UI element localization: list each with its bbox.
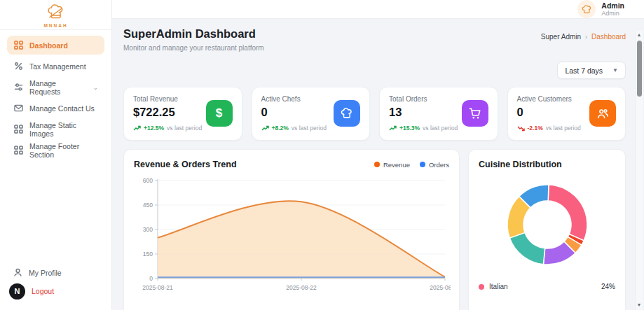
trend-up-icon — [389, 125, 397, 132]
admin-name: Admin — [601, 1, 624, 10]
vertical-scrollbar[interactable]: ▲ ▼ — [635, 31, 643, 309]
stat-card-active-chefs: Active Chefs 0 +8.2% vs last period — [252, 87, 371, 141]
trend-area-chart[interactable]: 01503004506002025-08-212025-08-222025-08… — [134, 174, 451, 294]
mail-icon — [13, 104, 23, 113]
breadcrumb-root[interactable]: Super Admin — [541, 33, 581, 41]
stat-delta: +8.2% — [272, 125, 289, 132]
scroll-down-icon[interactable]: ▼ — [637, 301, 642, 309]
sidebar-footer: My Profile N Logout — [0, 257, 111, 310]
chart-title: Revenue & Orders Trend — [134, 160, 237, 169]
svg-text:150: 150 — [143, 251, 153, 258]
sidebar-item-label: Manage Footer Section — [29, 142, 98, 159]
donut-legend-item-italian[interactable]: Italian 24% — [479, 283, 615, 290]
legend-dot-revenue — [374, 162, 380, 167]
stat-delta-suffix: vs last period — [546, 125, 581, 132]
legend-label: Revenue — [383, 161, 410, 169]
sidebar-item-label: Manage Static Images — [29, 121, 98, 138]
stat-value: $722.25 — [133, 106, 202, 119]
percent-icon — [13, 62, 23, 71]
cart-icon — [462, 100, 488, 127]
breadcrumb-current[interactable]: Dashboard — [591, 33, 626, 41]
admin-role: Admin — [601, 10, 624, 17]
stat-label: Total Revenue — [133, 95, 202, 103]
page-header: SuperAdmin Dashboard Monitor and manage … — [123, 27, 626, 52]
stat-label: Total Orders — [389, 95, 458, 103]
sidebar-item-logout[interactable]: N Logout — [7, 282, 104, 300]
chevron-down-icon: ▼ — [612, 67, 618, 73]
sidebar-item-manage-static-images[interactable]: Manage Static Images — [7, 120, 104, 139]
cuisine-donut-chart[interactable] — [495, 172, 600, 277]
chef-hat-logo-icon — [47, 4, 65, 22]
legend-dot-orders — [420, 162, 425, 167]
sidebar-item-label: My Profile — [29, 269, 62, 277]
sidebar-item-label: Manage Requests — [29, 79, 86, 96]
main-area: Admin Admin SuperAdmin Dashboard Monitor… — [112, 0, 644, 310]
trend-up-icon — [133, 125, 141, 132]
chart-title: Cuisine Distribution — [479, 160, 562, 169]
avatar — [577, 0, 596, 18]
stat-label: Active Customers — [517, 95, 581, 103]
svg-text:2025-08-22: 2025-08-22 — [286, 284, 317, 291]
stat-card-total-orders: Total Orders 13 +15.3% vs last period — [379, 87, 498, 141]
chef-hat-icon — [334, 100, 360, 127]
svg-text:2025-08-25: 2025-08-25 — [430, 284, 451, 291]
chart-legend: Revenue Orders — [374, 161, 449, 169]
legend-item-revenue[interactable]: Revenue — [374, 161, 410, 169]
dollar-icon: $ — [206, 100, 233, 127]
chevron-right-icon: › — [585, 34, 587, 41]
revenue-orders-trend-card: Revenue & Orders Trend Revenue Orders — [123, 149, 460, 310]
grid-icon — [13, 125, 23, 134]
cuisine-distribution-card: Cuisine Distribution Italian 24% — [468, 149, 626, 310]
sidebar-item-manage-requests[interactable]: Manage Requests ⌄ — [7, 78, 104, 97]
trend-down-icon — [517, 125, 525, 132]
scroll-up-icon[interactable]: ▲ — [637, 31, 642, 39]
chevron-down-icon[interactable]: ⌄ — [93, 84, 98, 91]
legend-item-orders[interactable]: Orders — [420, 161, 449, 169]
legend-dot-italian — [479, 284, 484, 290]
sliders-icon — [13, 83, 23, 92]
sidebar-item-label: Logout — [32, 287, 54, 295]
stats-row: Total Revenue $722.25 +12.5% vs last per… — [123, 87, 626, 141]
n-avatar-badge: N — [9, 283, 25, 300]
scrollbar-thumb[interactable] — [637, 41, 642, 97]
sidebar-item-dashboard[interactable]: Dashboard — [7, 36, 104, 55]
sidebar-item-label: Tax Management — [29, 62, 86, 71]
stat-label: Active Chefs — [261, 95, 327, 103]
stat-delta: +12.5% — [144, 125, 164, 132]
svg-text:0: 0 — [149, 275, 153, 282]
svg-text:600: 600 — [143, 177, 153, 184]
svg-text:450: 450 — [143, 202, 153, 209]
stat-delta-suffix: vs last period — [167, 125, 202, 132]
sidebar-item-manage-footer-section[interactable]: Manage Footer Section — [7, 141, 104, 160]
page-content: SuperAdmin Dashboard Monitor and manage … — [112, 19, 644, 310]
svg-text:2025-08-21: 2025-08-21 — [142, 284, 173, 291]
sidebar-item-manage-contact-us[interactable]: Manage Contact Us — [7, 99, 104, 118]
stat-value: 0 — [261, 106, 327, 119]
sidebar: MNNAH Dashboard Tax Management Manage Re… — [0, 0, 112, 310]
page-title: SuperAdmin Dashboard — [123, 27, 264, 41]
sidebar-item-label: Manage Contact Us — [29, 104, 95, 113]
sidebar-nav: Dashboard Tax Management Manage Requests… — [0, 30, 111, 257]
period-dropdown[interactable]: Last 7 days ▼ — [557, 62, 626, 79]
brand-logo: MNNAH — [0, 0, 111, 30]
stat-value: 0 — [517, 106, 581, 119]
stat-card-active-customers: Active Customers 0 -2.1% vs last period — [507, 87, 626, 141]
legend-value: 24% — [601, 283, 615, 290]
page-subtitle: Monitor and manage your restaurant platf… — [123, 44, 264, 52]
charts-row: Revenue & Orders Trend Revenue Orders — [123, 149, 626, 310]
svg-text:300: 300 — [143, 226, 153, 233]
topbar: Admin Admin — [112, 0, 644, 19]
filter-row: Last 7 days ▼ — [123, 62, 626, 79]
trend-up-icon — [261, 125, 269, 132]
users-icon — [589, 100, 616, 127]
admin-profile-chip[interactable]: Admin Admin — [577, 0, 624, 18]
stat-card-total-revenue: Total Revenue $722.25 +12.5% vs last per… — [123, 87, 242, 141]
sidebar-item-tax-management[interactable]: Tax Management — [7, 57, 104, 76]
grid-icon — [13, 146, 23, 155]
breadcrumb: Super Admin › Dashboard — [541, 33, 626, 41]
period-value: Last 7 days — [565, 66, 603, 75]
sidebar-item-my-profile[interactable]: My Profile — [7, 264, 104, 282]
sidebar-item-label: Dashboard — [29, 41, 68, 50]
brand-name: MNNAH — [43, 23, 67, 28]
stat-delta-suffix: vs last period — [292, 125, 327, 132]
